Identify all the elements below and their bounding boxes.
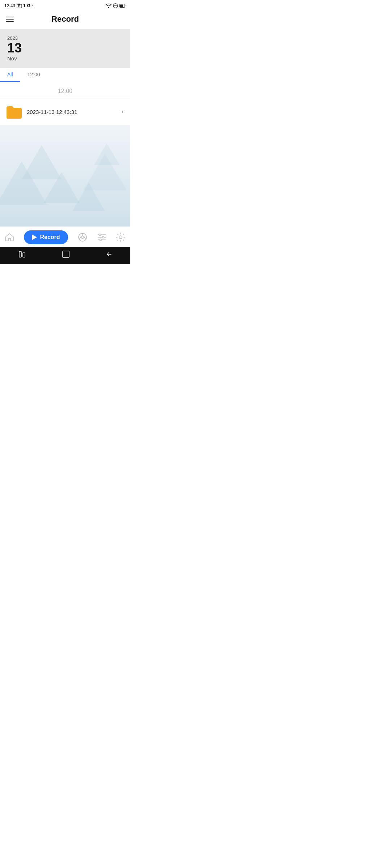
android-back-button[interactable]: [106, 251, 112, 259]
dnd-icon: [113, 3, 118, 8]
svg-rect-20: [23, 253, 25, 257]
tab-bar: All 12:00: [0, 68, 130, 82]
date-year: 2023: [7, 35, 123, 41]
nav-gear[interactable]: [116, 233, 125, 242]
page-title: Record: [14, 14, 117, 24]
record-button[interactable]: Record: [24, 230, 68, 244]
arrow-right-icon: →: [118, 108, 125, 116]
record-timestamp: 2023-11-13 12:43:31: [27, 109, 113, 115]
svg-line-10: [79, 237, 81, 239]
bottom-nav: Record: [0, 226, 130, 247]
nav-drive[interactable]: [78, 233, 87, 242]
date-month: Nov: [7, 55, 123, 61]
nav-home[interactable]: [5, 233, 14, 242]
battery-icon: [119, 4, 126, 8]
android-home-icon: [62, 251, 70, 258]
nav-settings-sliders[interactable]: [97, 233, 106, 241]
svg-point-15: [99, 234, 101, 236]
background-decoration: [0, 125, 130, 226]
steering-wheel-icon: [78, 233, 87, 242]
status-bar: 12:43 1 G ·: [0, 0, 130, 11]
menu-button[interactable]: [6, 17, 14, 22]
header: Record: [0, 11, 130, 29]
svg-rect-19: [19, 251, 21, 257]
record-button-label: Record: [40, 234, 60, 241]
date-card: 2023 13 Nov: [0, 29, 130, 68]
deco-triangle-2: [0, 161, 47, 205]
svg-rect-21: [63, 251, 69, 258]
svg-point-8: [81, 236, 84, 239]
wifi-icon: [106, 4, 112, 8]
tab-all[interactable]: All: [0, 68, 20, 82]
dot-indicator: ·: [32, 2, 34, 9]
time-section-label: 12:00: [0, 82, 130, 98]
hamburger-line-1: [6, 17, 14, 17]
record-list: 2023-11-13 12:43:31 →: [0, 98, 130, 125]
sliders-icon: [97, 233, 106, 241]
hamburger-line-2: [6, 19, 14, 20]
gear-icon: [116, 233, 125, 242]
hamburger-line-3: [6, 21, 14, 22]
record-item[interactable]: 2023-11-13 12:43:31 →: [0, 98, 130, 125]
android-recent-button[interactable]: [18, 251, 26, 259]
play-icon: [32, 234, 37, 240]
android-nav-bar: [0, 247, 130, 264]
svg-point-1: [18, 5, 20, 7]
status-time-area: 12:43 1 G ·: [4, 2, 34, 9]
home-icon: [5, 233, 14, 242]
folder-icon: [6, 105, 22, 119]
svg-rect-2: [18, 4, 20, 5]
svg-point-17: [100, 239, 101, 241]
g-label: G: [27, 3, 30, 8]
notification-badge: 1: [23, 3, 26, 8]
svg-rect-0: [17, 4, 22, 8]
android-back-icon: [106, 251, 112, 258]
svg-point-16: [102, 237, 104, 238]
status-icons: [106, 3, 126, 8]
svg-point-18: [119, 236, 122, 239]
android-recent-icon: [18, 251, 26, 258]
deco-triangle-5: [72, 183, 105, 211]
status-time: 12:43: [4, 3, 15, 8]
deco-triangle-6: [94, 143, 119, 165]
svg-line-11: [84, 237, 86, 239]
android-home-button[interactable]: [62, 251, 70, 260]
tab-1200[interactable]: 12:00: [20, 68, 47, 82]
photo-icon: [17, 4, 22, 8]
svg-rect-6: [120, 5, 123, 7]
date-day: 13: [7, 42, 123, 55]
